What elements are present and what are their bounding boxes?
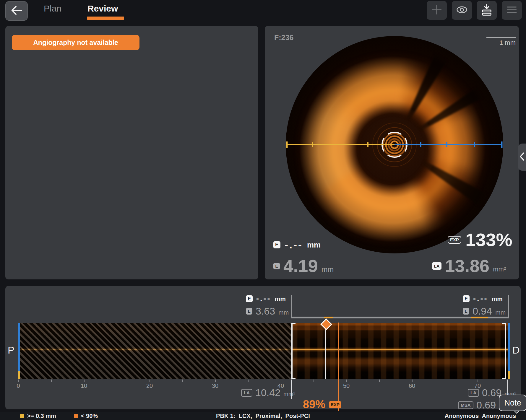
msa-badge: MSA	[458, 401, 473, 409]
oct-la-readout: LA 13.86 mm²	[432, 256, 506, 276]
tab-plan[interactable]: Plan	[44, 4, 61, 14]
hamburger-menu-icon	[505, 3, 518, 17]
e-value: -.--	[256, 294, 271, 303]
distal-edge-marker-yellow	[508, 371, 510, 379]
exp-percent-value: 89%	[303, 398, 325, 411]
slider-right-end[interactable]	[508, 295, 509, 318]
oct-exp-readout: EXP 133%	[448, 229, 512, 250]
exp-badge: EXP	[329, 401, 341, 408]
angiography-panel: Angiography not available	[5, 26, 258, 279]
segment-la-left-readout: LA 10.42 mm²	[241, 387, 295, 398]
yellow-swatch-icon	[20, 414, 24, 418]
proximal-edge-marker-blue[interactable]	[18, 323, 20, 371]
e-unit: mm	[275, 295, 285, 302]
e-unit: mm	[491, 295, 502, 302]
la-value: 0.69	[482, 387, 501, 398]
angiography-not-available-badge: Angiography not available	[12, 35, 139, 50]
oct-e-readout: E -.-- mm	[273, 239, 321, 251]
e-badge: E	[246, 295, 253, 302]
excluded-region-hatch	[20, 323, 292, 379]
back-arrow-icon	[10, 4, 23, 18]
tab-review[interactable]: Review	[87, 4, 118, 14]
orange-swatch-icon	[74, 414, 78, 418]
expansion-readout: 89% EXP	[303, 398, 341, 411]
vessel-texture	[292, 323, 510, 379]
la-unit: mm²	[283, 391, 295, 398]
long-right-e-readout: E -.-- mm	[463, 294, 503, 303]
msa-value: 0.69	[476, 399, 496, 411]
proximal-edge-marker-yellow	[18, 371, 20, 379]
longitudinal-strip-image[interactable]	[18, 323, 510, 379]
la-value: 10.42	[255, 387, 280, 398]
msa-marker-line[interactable]	[338, 323, 339, 411]
back-button[interactable]	[5, 1, 28, 21]
procedure-context-label: PBK 1: LCX, Proximal, Post-PCI	[216, 413, 310, 419]
l-value: 0.94	[473, 305, 492, 317]
ruler-label: 30	[209, 382, 221, 389]
menu-button[interactable]	[502, 1, 522, 20]
stent-region-bracket-right[interactable]	[505, 323, 506, 379]
add-button[interactable]	[427, 1, 447, 20]
e-unit: mm	[307, 240, 321, 250]
chevron-left-icon	[518, 151, 526, 163]
e-badge: E	[463, 295, 470, 302]
stent-region-bracket-left[interactable]	[291, 323, 293, 379]
l-value: 3.63	[256, 305, 275, 317]
current-frame-line[interactable]	[325, 325, 326, 379]
exp-value: 133%	[465, 229, 512, 250]
measurement-overlay[interactable]	[286, 36, 503, 253]
status-bar: >= 0.3 mm < 90% PBK 1: LCX, Proximal, Po…	[0, 412, 526, 420]
distal-label: D	[512, 344, 520, 356]
ruler-label: 20	[144, 382, 155, 389]
l-badge: L	[246, 308, 252, 315]
plus-icon	[430, 3, 443, 17]
ruler-label: 50	[340, 382, 352, 389]
la-value: 13.86	[445, 256, 489, 276]
slider-orange-segment-left	[324, 317, 333, 318]
view-button[interactable]	[452, 1, 472, 20]
e-value: -.--	[473, 294, 488, 303]
e-badge: E	[273, 241, 280, 248]
legend-label: >= 0.3 mm	[27, 413, 56, 419]
ruler-label: 60	[406, 382, 418, 389]
exp-badge: EXP	[448, 236, 461, 244]
long-right-l-readout: L 0.94 mm	[463, 305, 506, 317]
long-left-e-readout: E -.-- mm	[246, 294, 286, 303]
l-unit: mm	[495, 309, 506, 317]
export-button[interactable]	[477, 1, 497, 20]
long-left-l-readout: L 3.63 mm	[246, 305, 289, 317]
active-tab-underline	[87, 17, 124, 20]
note-button[interactable]: Note	[499, 395, 526, 411]
l-badge: L	[273, 263, 280, 269]
slider-left-end[interactable]	[291, 295, 292, 318]
legend-label: < 90%	[81, 413, 98, 419]
l-unit: mm	[322, 265, 334, 276]
side-panel-expand-tab[interactable]	[518, 144, 526, 171]
eye-icon	[455, 3, 469, 18]
e-value: -.--	[285, 239, 303, 251]
legend-item-stent: >= 0.3 mm	[20, 413, 56, 419]
slider-orange-segment-right	[471, 317, 488, 318]
export-download-icon	[480, 3, 493, 18]
oct-review-screen: Plan Review Angiography not available F:…	[0, 0, 526, 420]
proximal-label: P	[8, 344, 14, 356]
patient-name-label: Anonymous Anonymous	[445, 413, 516, 419]
distal-edge-marker-blue[interactable]	[508, 323, 510, 371]
l-unit: mm	[278, 309, 289, 317]
la-badge: LA	[468, 389, 479, 397]
legend-item-expansion: < 90%	[74, 413, 98, 419]
ruler-label: 0	[12, 382, 24, 389]
oct-tomogram-image[interactable]	[286, 36, 503, 253]
la-badge: LA	[241, 389, 252, 397]
oct-l-readout: L 4.19 mm	[273, 256, 334, 276]
l-badge: L	[463, 308, 469, 315]
la-unit: mm²	[493, 266, 506, 276]
l-value: 4.19	[283, 256, 318, 276]
ruler-label: 10	[78, 382, 90, 389]
la-badge: LA	[432, 262, 441, 270]
